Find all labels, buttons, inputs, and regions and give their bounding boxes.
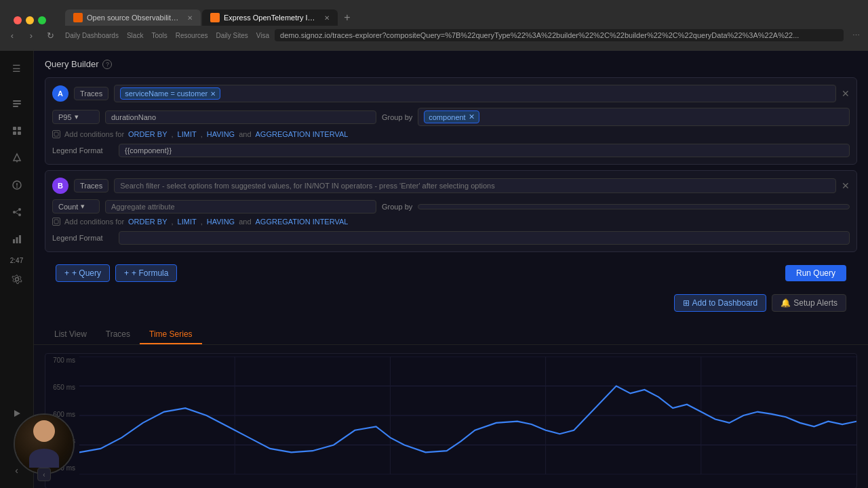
query-b-filter-input[interactable]: [114, 178, 836, 193]
query-type-b[interactable]: Traces: [74, 179, 108, 192]
svg-rect-4: [18, 127, 21, 130]
webcam-overlay: [14, 413, 75, 474]
chart-svg: [79, 357, 856, 474]
query-b-header-row: B Traces ✕: [52, 178, 850, 194]
tab-close-1[interactable]: ✕: [187, 14, 193, 22]
back-button[interactable]: ‹: [5, 28, 19, 42]
y-label-0: 700 ms: [45, 357, 79, 364]
group-by-tag-close-a[interactable]: ✕: [469, 113, 475, 121]
url-bar[interactable]: demo.signoz.io/traces-explorer?composite…: [275, 29, 844, 41]
tab-time-series[interactable]: Time Series: [140, 325, 202, 344]
query-type-a[interactable]: Traces: [74, 87, 108, 100]
browser-tab-2[interactable]: Express OpenTelemetry Instru... ✕: [202, 9, 338, 26]
metric-select-b[interactable]: Count ▾: [52, 199, 100, 214]
having-link-b[interactable]: HAVING: [207, 218, 235, 226]
bookmark-daily-dashboards[interactable]: Daily Dashboards: [62, 32, 121, 39]
conditions-toggle-b[interactable]: [52, 218, 60, 226]
maximize-window-btn[interactable]: [38, 16, 46, 24]
query-a-filter-input[interactable]: serviceName = customer ✕: [114, 85, 836, 102]
bookmark-slack[interactable]: Slack: [127, 32, 143, 39]
svg-rect-0: [13, 100, 21, 102]
remove-query-b-button[interactable]: ✕: [842, 180, 850, 191]
bookmark-visa[interactable]: Visa: [256, 32, 269, 39]
query-label-a: A: [52, 85, 68, 102]
order-by-link-b[interactable]: ORDER BY: [128, 218, 167, 226]
aggregation-interval-link-b[interactable]: AGGREGATION INTERVAL: [256, 218, 349, 226]
remove-query-a-button[interactable]: ✕: [842, 88, 850, 99]
tab-list-view[interactable]: List View: [45, 325, 96, 344]
legend-input-a[interactable]: [119, 144, 850, 157]
svg-rect-1: [13, 103, 21, 104]
browser-chrome: Open source Observability pl... ✕ Expres…: [0, 0, 868, 51]
reload-button[interactable]: ↻: [43, 28, 57, 42]
bookmark-resources[interactable]: Resources: [176, 32, 208, 39]
group-by-input-b[interactable]: [418, 204, 850, 209]
minimize-window-btn[interactable]: [26, 16, 34, 24]
group-by-input-a[interactable]: component ✕: [418, 108, 850, 126]
group-by-label-a: Group by: [382, 113, 412, 121]
metric-select-a[interactable]: P95 ▾: [52, 110, 100, 124]
sidebar-item-usage[interactable]: [5, 227, 29, 251]
query-builder-title: Query Builder: [45, 59, 98, 69]
tab-traces[interactable]: Traces: [96, 325, 140, 344]
legend-input-b[interactable]: [119, 231, 850, 245]
sidebar-collapse-chevron[interactable]: ‹: [37, 468, 51, 481]
address-bar: ‹ › ↻ Daily Dashboards Slack Tools Resou…: [0, 26, 868, 45]
add-formula-button[interactable]: + + Formula: [115, 264, 177, 282]
tab-favicon-1: [73, 13, 83, 22]
query-a-conditions-row: Add conditions for ORDER BY , LIMIT , HA…: [52, 130, 850, 138]
limit-link-a[interactable]: LIMIT: [178, 130, 197, 138]
app: ☰ 2:47 ‹: [0, 51, 868, 488]
close-window-btn[interactable]: [14, 16, 22, 24]
sidebar-menu-icon[interactable]: ☰: [5, 56, 29, 81]
svg-rect-2: [13, 106, 18, 107]
sidebar-item-service-map[interactable]: [5, 200, 29, 224]
new-tab-button[interactable]: +: [339, 9, 355, 26]
help-icon[interactable]: ?: [102, 60, 112, 69]
query-block-b: B Traces ✕ Count ▾ Group by: [45, 170, 857, 252]
limit-link-b[interactable]: LIMIT: [178, 218, 197, 226]
sidebar-item-settings[interactable]: [5, 267, 29, 291]
tab-close-2[interactable]: ✕: [324, 14, 330, 22]
legend-label-b: Legend Format: [52, 234, 113, 242]
person-figure: [24, 420, 64, 468]
tab-label-2: Express OpenTelemetry Instru...: [224, 14, 317, 22]
aggregation-interval-link-a[interactable]: AGGREGATION INTERVAL: [256, 130, 349, 138]
browser-tab-1[interactable]: Open source Observability pl... ✕: [65, 9, 201, 26]
right-buttons: ⊞ Add to Dashboard 🔔 Setup Alerts: [45, 289, 857, 312]
svg-rect-22: [54, 220, 58, 224]
svg-point-19: [15, 278, 18, 281]
having-link-a[interactable]: HAVING: [207, 130, 235, 138]
forward-button[interactable]: ›: [24, 28, 38, 42]
metric-attribute-b[interactable]: [105, 200, 376, 214]
query-a-header-row: A Traces serviceName = customer ✕ ✕: [52, 85, 850, 102]
add-to-dashboard-button[interactable]: ⊞ Add to Dashboard: [674, 294, 767, 312]
query-block-a: A Traces serviceName = customer ✕ ✕ P95: [45, 77, 857, 165]
svg-rect-3: [13, 127, 16, 130]
query-b-conditions-row: Add conditions for ORDER BY , LIMIT , HA…: [52, 218, 850, 226]
run-query-button[interactable]: Run Query: [785, 265, 846, 281]
sidebar-item-alerts[interactable]: [5, 146, 29, 170]
y-label-1: 650 ms: [45, 384, 79, 391]
bookmark-tools[interactable]: Tools: [149, 32, 170, 39]
person-head: [33, 420, 55, 442]
conditions-toggle-a[interactable]: [52, 130, 60, 138]
query-builder: Query Builder ? A Traces serviceName = c…: [34, 51, 868, 320]
order-by-link-a[interactable]: ORDER BY: [128, 130, 167, 138]
add-query-button[interactable]: + + Query: [56, 264, 110, 282]
query-b-metric-row: Count ▾ Group by: [52, 199, 850, 214]
extensions-button[interactable]: ⋯: [849, 28, 863, 42]
svg-rect-17: [16, 237, 18, 243]
query-toolbar: + + Query + + Formula Run Query: [45, 258, 857, 289]
query-a-legend-row: Legend Format: [52, 144, 850, 157]
sidebar-item-dashboards[interactable]: [5, 119, 29, 143]
alerts-icon: 🔔: [781, 298, 791, 308]
setup-alerts-button[interactable]: 🔔 Setup Alerts: [772, 294, 846, 312]
sidebar-item-exceptions[interactable]: [5, 173, 29, 197]
metric-attribute-a[interactable]: [105, 110, 376, 124]
svg-line-15: [16, 213, 18, 215]
filter-tag-close-a[interactable]: ✕: [210, 90, 216, 98]
svg-rect-21: [54, 132, 58, 136]
sidebar-item-logs[interactable]: [5, 92, 29, 116]
bookmark-daily-sites[interactable]: Daily Sites: [214, 32, 251, 39]
